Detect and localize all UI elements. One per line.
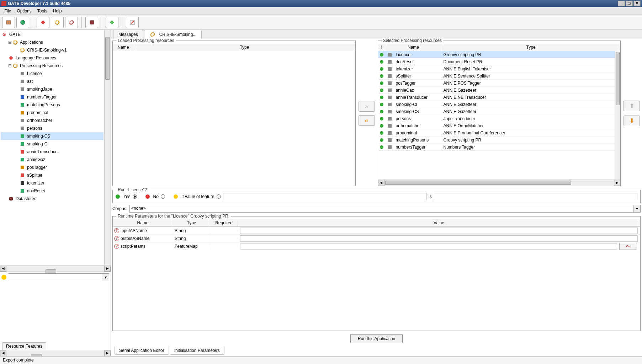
selected-table-body[interactable]: LicenceGroovy scripting PRdocResetDocume…	[378, 51, 621, 180]
remove-from-selected-button[interactable]: «	[359, 115, 375, 126]
param-value-input[interactable]	[240, 243, 617, 250]
selected-row[interactable]: docResetDocument Reset PR	[378, 58, 621, 65]
param-value-input[interactable]	[240, 235, 638, 242]
selected-row[interactable]: LicenceGroovy scripting PR	[378, 51, 621, 58]
param-value-input[interactable]	[240, 228, 638, 234]
move-down-button[interactable]: ⬇	[624, 116, 640, 126]
tree-proc-item[interactable]: smoking-CI	[1, 140, 104, 148]
tree-proc-item[interactable]: pronominal	[1, 109, 104, 117]
menu-file[interactable]: File	[1, 8, 14, 14]
selected-col-name[interactable]: Name	[385, 44, 442, 51]
feature-value-input[interactable]	[434, 193, 637, 200]
resource-icon	[19, 133, 26, 139]
tree-app-item[interactable]: CRIS-IE-Smoking-v1	[1, 46, 104, 54]
toolbar-gear-1[interactable]	[51, 17, 64, 28]
run-application-button[interactable]: Run this Application	[350, 334, 403, 343]
is-label: is	[429, 194, 432, 199]
selected-row[interactable]: matchingPersonsGroovy scripting PR	[378, 136, 621, 144]
runtime-param-row[interactable]: ?scriptParamsFeatureMap	[113, 242, 640, 250]
tree-applications[interactable]: ⊟Applications	[1, 38, 104, 46]
toolbar-btn-2[interactable]	[16, 17, 29, 28]
rt-col-name[interactable]: Name	[113, 219, 173, 226]
toolbar-gear-2[interactable]	[65, 17, 78, 28]
selected-scrollbar-h[interactable]: ◄►	[378, 180, 621, 186]
tree-proc-item[interactable]: tokenizer	[1, 179, 104, 187]
toolbar-btn-plugin[interactable]	[106, 17, 118, 28]
feature-combo[interactable]: ▾	[8, 273, 109, 281]
selected-row[interactable]: personsJape Transducer	[378, 115, 621, 122]
expand-handle[interactable]: ⊟	[8, 63, 12, 68]
selected-row[interactable]: annieGazANNIE Gazetteer	[378, 87, 621, 94]
loaded-col-name[interactable]: Name	[113, 44, 134, 51]
maximize-button[interactable]: □	[626, 1, 633, 6]
tab-serial-editor[interactable]: Serial Application Editor	[115, 347, 169, 355]
selected-row[interactable]: pronominalANNIE Pronominal Coreferencer	[378, 129, 621, 136]
tree-proc-item[interactable]: docReset	[1, 187, 104, 195]
selected-scrollbar-v[interactable]	[615, 51, 620, 180]
tree-proc-item[interactable]: smokingJape	[1, 85, 104, 93]
tree-scrollbar-v[interactable]	[104, 30, 111, 265]
menu-options[interactable]: Options	[14, 8, 34, 14]
menu-tools[interactable]: Tools	[35, 8, 50, 14]
selected-row[interactable]: orthomatcherANNIE OrthoMatcher	[378, 122, 621, 129]
tree-proc-item[interactable]: posTagger	[1, 164, 104, 171]
tab-init-params[interactable]: Initialisation Parameters	[170, 347, 224, 355]
tree-proc-item[interactable]: annieGaz	[1, 156, 104, 164]
tree-proc-item[interactable]: annieTransducer	[1, 148, 104, 156]
selected-row[interactable]: posTaggerANNIE POS Tagger	[378, 80, 621, 87]
rt-col-req[interactable]: Required	[210, 219, 238, 226]
selected-row[interactable]: smoking-CIANNIE Gazetteer	[378, 101, 621, 108]
tree-proc-item[interactable]: sSplitter	[1, 171, 104, 179]
feature-name-input[interactable]	[223, 193, 426, 200]
selected-row[interactable]: sSplitterANNIE Sentence Splitter	[378, 73, 621, 80]
toolbar-btn-1[interactable]	[2, 17, 15, 28]
tree-scrollbar-h[interactable]: ◄►	[0, 265, 111, 272]
menu-help[interactable]: Help	[50, 8, 65, 14]
add-to-selected-button[interactable]: »	[359, 101, 375, 112]
svg-text:G: G	[2, 32, 6, 37]
tree-proc-item[interactable]: numbersTagger	[1, 93, 104, 101]
tab-messages[interactable]: Messages	[113, 30, 143, 39]
selected-col-type[interactable]: Type	[442, 44, 621, 51]
rt-col-val[interactable]: Value	[238, 219, 640, 226]
selected-row[interactable]: smoking-CSANNIE Gazetteer	[378, 108, 621, 115]
radio-yes[interactable]	[133, 194, 137, 199]
tree-root[interactable]: GGATE	[1, 31, 104, 38]
minimize-button[interactable]: _	[618, 1, 625, 6]
selected-row[interactable]: numbersTaggerNumbers Tagger	[378, 144, 621, 151]
rt-col-type[interactable]: Type	[173, 219, 210, 226]
resource-tree[interactable]: GGATE ⊟Applications CRIS-IE-Smoking-v1 L…	[0, 30, 104, 265]
tree-proc-item[interactable]: ast	[1, 77, 104, 85]
features-scrollbar-h[interactable]: ◄►	[0, 350, 111, 356]
tree-proc-item[interactable]: smoking-CS	[1, 132, 104, 140]
chevron-down-icon[interactable]: ▾	[102, 274, 109, 281]
tab-app[interactable]: CRIS-IE-Smoking...	[144, 30, 202, 39]
expand-handle[interactable]: ⊟	[8, 40, 12, 45]
chevron-down-icon[interactable]: ▾	[633, 205, 640, 212]
loaded-col-type[interactable]: Type	[134, 44, 355, 51]
selected-row[interactable]: tokenizerANNIE English Tokeniser	[378, 65, 621, 73]
selected-row[interactable]: annieTransducerANNIE NE Transducer	[378, 94, 621, 101]
toolbar-btn-book[interactable]	[85, 17, 98, 28]
featuremap-edit-button[interactable]	[619, 243, 637, 250]
feature-combo-input[interactable]	[8, 274, 102, 281]
toolbar-btn-3[interactable]	[37, 17, 49, 28]
loaded-table-body[interactable]	[113, 51, 355, 186]
resource-features-tab[interactable]: Resource Features	[2, 342, 46, 350]
corpus-combo[interactable]: <none> ▾	[129, 205, 641, 213]
tree-proc-item[interactable]: Licence	[1, 70, 104, 77]
tree-proc-item[interactable]: matchingPersons	[1, 101, 104, 109]
tree-language-resources[interactable]: Language Resources	[1, 54, 104, 62]
close-button[interactable]: ×	[633, 1, 641, 6]
radio-ifval[interactable]	[217, 194, 221, 199]
tree-datastores[interactable]: Datastores	[1, 195, 104, 203]
runtime-param-row[interactable]: ?outputASNameString	[113, 235, 640, 242]
toolbar-btn-annotate[interactable]	[126, 17, 139, 28]
move-up-button[interactable]: ⬆	[624, 101, 640, 111]
tree-processing-resources[interactable]: ⊟Processing Resources	[1, 62, 104, 70]
tree-proc-item[interactable]: persons	[1, 124, 104, 132]
selected-col-bang[interactable]: !	[378, 44, 385, 51]
tree-proc-item[interactable]: orthomatcher	[1, 117, 104, 124]
radio-no[interactable]	[161, 194, 165, 199]
runtime-param-row[interactable]: ?inputASNameString	[113, 227, 640, 235]
